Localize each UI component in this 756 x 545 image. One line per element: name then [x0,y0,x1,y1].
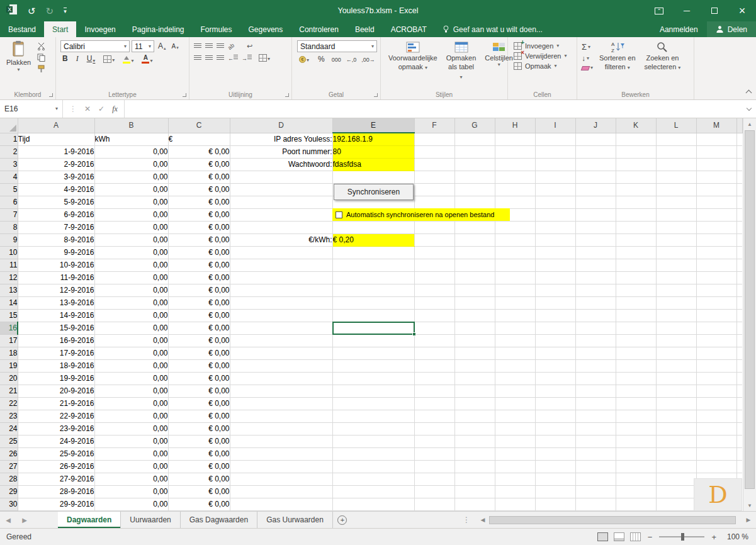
align-center-icon[interactable] [205,55,213,61]
minimize-button[interactable]: ─ [673,0,701,21]
cell-F5[interactable] [414,183,454,196]
cell-C6[interactable]: € 0,00 [168,196,230,208]
cell-F20[interactable] [414,372,454,385]
cell-E25[interactable] [332,435,414,447]
cell-D16[interactable] [230,322,332,334]
cell-I9[interactable] [535,233,575,246]
undo-icon[interactable]: ↺ [28,6,36,16]
cell-M12[interactable] [696,271,736,284]
zoom-slider-thumb[interactable] [681,533,684,541]
cell-L27[interactable] [656,460,696,473]
horizontal-scrollbar-thumb[interactable] [489,516,736,524]
cell-A8[interactable]: 7-9-2016 [18,221,94,233]
row-header-10[interactable]: 10 [0,246,18,259]
cell-J18[interactable] [575,347,616,359]
cell-C3[interactable]: € 0,00 [168,158,230,171]
cell-E27[interactable] [332,460,414,473]
horizontal-scrollbar-track[interactable] [489,515,742,525]
cell-M15[interactable] [696,309,736,322]
cell-D27[interactable] [230,460,332,473]
cell-D14[interactable] [230,296,332,309]
vertical-scrollbar[interactable]: ▲ ▼ [743,118,756,511]
cell-I8[interactable] [535,221,575,233]
font-size-select[interactable]: 11▾ [132,40,154,52]
cell-B13[interactable]: 0,00 [94,284,168,296]
cell-F15[interactable] [414,309,454,322]
cell-I22[interactable] [535,397,575,410]
grid-table[interactable]: ABCDEFGHIJKLM1TijdkWh€IP adres Youless:1… [0,118,743,511]
cell-I25[interactable] [535,435,575,447]
cell-C28[interactable]: € 0,00 [168,473,230,485]
align-top-icon[interactable] [194,43,201,49]
fill-handle[interactable] [412,332,416,336]
cell-L19[interactable] [656,359,696,372]
cell-B7[interactable]: 0,00 [94,208,168,221]
cell-E10[interactable] [332,246,414,259]
cell-C13[interactable]: € 0,00 [168,284,230,296]
cell-I23[interactable] [535,410,575,422]
cell-M5[interactable] [696,183,736,196]
cell-I12[interactable] [535,271,575,284]
cell-E24[interactable] [332,422,414,435]
cell-G13[interactable] [454,284,495,296]
row-header-9[interactable]: 9 [0,233,18,246]
cell-F16[interactable] [414,322,454,334]
align-right-icon[interactable] [217,55,224,61]
getal-dialog-launcher-icon[interactable] [373,93,378,98]
cell-J4[interactable] [575,171,616,183]
cell-K4[interactable] [616,171,656,183]
cell-C26[interactable]: € 0,00 [168,447,230,460]
tab-invoegen[interactable]: Invoegen [76,21,123,37]
cell-K3[interactable] [616,158,656,171]
cell-F11[interactable] [414,259,454,271]
row-header-1[interactable]: 1 [0,133,18,145]
cell-M26[interactable] [696,447,736,460]
cell-B14[interactable]: 0,00 [94,296,168,309]
cell-J30[interactable] [575,498,616,510]
cell-H22[interactable] [495,397,535,410]
cell-H25[interactable] [495,435,535,447]
row-header-17[interactable]: 17 [0,334,18,347]
cell-I15[interactable] [535,309,575,322]
cell-M23[interactable] [696,410,736,422]
cell-M6[interactable] [696,196,736,208]
tab-pagina-indeling[interactable]: Pagina-indeling [124,21,193,37]
tell-me-box[interactable]: Geef aan wat u wilt doen... [435,21,550,37]
row-header-30[interactable]: 30 [0,498,18,510]
cell-L26[interactable] [656,447,696,460]
cell-K29[interactable] [616,485,656,498]
cell-M10[interactable] [696,246,736,259]
cell-I11[interactable] [535,259,575,271]
cell-D11[interactable] [230,259,332,271]
cell-J5[interactable] [575,183,616,196]
cell-E19[interactable] [332,359,414,372]
cell-H29[interactable] [495,485,535,498]
row-header-25[interactable]: 25 [0,435,18,447]
cell-J21[interactable] [575,385,616,397]
cell-B28[interactable]: 0,00 [94,473,168,485]
horizontal-scrollbar[interactable]: ◀ ▶ [475,512,756,528]
cell-L18[interactable] [656,347,696,359]
cell-H13[interactable] [495,284,535,296]
cell-B1[interactable]: kWh [94,133,168,145]
cell-G26[interactable] [454,447,495,460]
cell-F21[interactable] [414,385,454,397]
cancel-icon[interactable]: ✕ [84,104,91,113]
cell-F8[interactable] [414,221,454,233]
tab-beeld[interactable]: Beeld [347,21,383,37]
column-header-F[interactable]: F [414,118,454,133]
cell-C8[interactable]: € 0,00 [168,221,230,233]
cell-H2[interactable] [495,145,535,158]
underline-button[interactable]: U▾ [85,55,98,63]
cell-L7[interactable] [656,208,696,221]
row-header-21[interactable]: 21 [0,385,18,397]
cell-J16[interactable] [575,322,616,334]
sort-filter-button[interactable]: AZ Sorteren en filteren ▾ [597,40,638,87]
cell-F14[interactable] [414,296,454,309]
align-bottom-icon[interactable] [217,43,224,49]
cell-M19[interactable] [696,359,736,372]
cell-L29[interactable] [656,485,696,498]
cell-H20[interactable] [495,372,535,385]
cell-A3[interactable]: 2-9-2016 [18,158,94,171]
cell-K9[interactable] [616,233,656,246]
